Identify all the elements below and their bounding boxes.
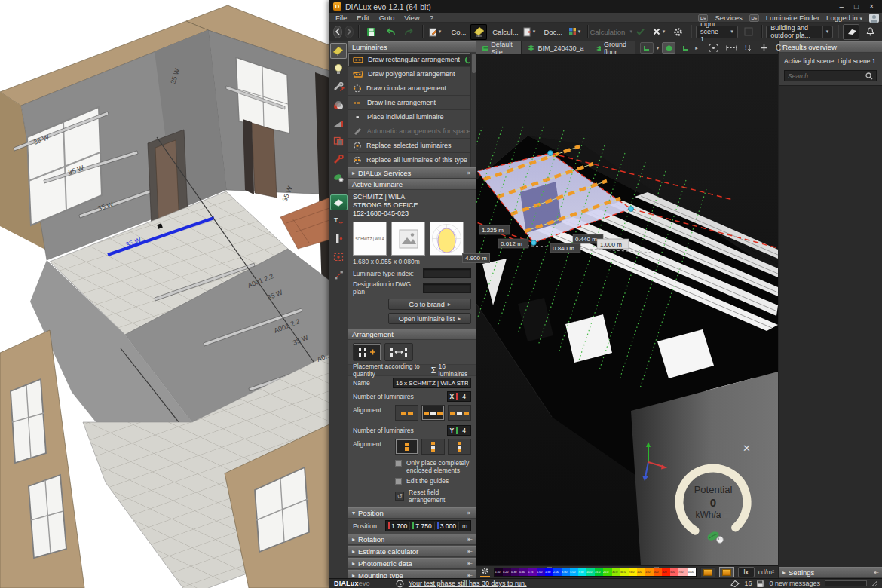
section-photometric-data[interactable]: ▸Photometric data⇤ <box>348 558 476 569</box>
measure-input-1000[interactable]: 1.000 m <box>597 239 629 249</box>
view-more-button[interactable]: ▸ <box>695 45 698 51</box>
photo-thumbnail[interactable] <box>391 222 425 256</box>
lamps-tool-icon[interactable] <box>330 61 347 77</box>
unit-lx-button[interactable]: lx <box>738 567 755 577</box>
arrangement-mode-spacing-button[interactable] <box>384 343 413 361</box>
logged-in-dropdown[interactable]: Logged in ▾ <box>826 14 862 22</box>
services-link[interactable]: Services <box>715 14 742 22</box>
light-scene-edit-button[interactable] <box>740 24 757 40</box>
align-x-center-button[interactable] <box>421 405 445 421</box>
export-button[interactable]: ▾ <box>521 24 537 40</box>
calc-cancel-button[interactable]: ▾ <box>651 24 667 40</box>
trial-phase-link[interactable]: Your test phase still has 30 days to run… <box>409 580 527 587</box>
redo-button[interactable] <box>401 24 418 40</box>
calculation-objects-button[interactable]: Calcul... <box>489 24 519 40</box>
light-mode-button[interactable] <box>470 24 487 40</box>
pin-icon[interactable]: ⇤ <box>874 569 878 576</box>
text-annotation-tool-icon[interactable]: T <box>330 213 347 228</box>
align-y-center-button[interactable] <box>421 439 445 455</box>
filter-objects-tool-icon[interactable] <box>330 133 347 149</box>
colour-gradient-button-1[interactable] <box>700 567 715 577</box>
light-colour-tool-icon[interactable] <box>330 97 347 113</box>
minimize-button[interactable]: – <box>840 2 844 11</box>
x-count-input[interactable]: X 4 <box>447 391 471 402</box>
tool-replace-all-luminaires[interactable]: Replace all luminaires of this type <box>348 153 476 167</box>
align-x-spread-button[interactable] <box>448 405 471 421</box>
light-scene-select[interactable]: Light scene 1▾ <box>696 26 738 38</box>
titlebar[interactable]: D DIALux evo 12.1 (64-bit) – □ × <box>329 0 882 13</box>
align-y-spread-button[interactable] <box>448 439 471 455</box>
false-colour-scale[interactable]: 0.100.200.300.500.751.001.502.003.005.00… <box>494 568 697 577</box>
arrangement-header[interactable]: Arrangement <box>348 329 476 340</box>
cad-3d-view[interactable]: 35 W 35 W 35 W 35 W 35 W 35 W A001 2.2 3… <box>0 0 329 588</box>
energy-gauge[interactable]: Potential 0 kWh/a <box>672 457 754 546</box>
user-avatar[interactable] <box>869 14 879 23</box>
type-index-input[interactable] <box>423 268 471 278</box>
tool-list-scrollbar[interactable] <box>470 53 476 167</box>
tab-default-site[interactable]: Default Site <box>476 41 522 54</box>
active-luminaire-header[interactable]: Active luminaire <box>348 179 476 190</box>
dwg-designation-input[interactable] <box>423 283 471 293</box>
arrangement-name-input[interactable]: 16 x SCHMITZ | WILA STRONG 55 <box>393 378 471 388</box>
reset-field-icon[interactable]: ↺ <box>395 492 404 501</box>
tool-draw-rectangular-arrangement[interactable]: Draw rectangular arrangement <box>348 53 476 67</box>
measure-label-0840[interactable]: 0.840 m <box>550 243 580 253</box>
section-tool-icon[interactable] <box>330 231 347 247</box>
active-luminaire-tile[interactable] <box>330 194 348 210</box>
photometric-thumbnail[interactable] <box>430 222 464 256</box>
maintenance-tool-icon[interactable] <box>330 79 347 95</box>
luminaire-finder-link[interactable]: Luminaire Finder <box>766 14 819 22</box>
view-mode-button[interactable] <box>640 42 654 54</box>
arrangement-mode-quantity-button[interactable] <box>353 343 381 361</box>
search-input[interactable] <box>788 72 862 80</box>
tool-draw-circular-arrangement[interactable]: Draw circular arrangement <box>348 81 476 96</box>
calculation-start-button[interactable]: Calculation ▾ <box>593 24 629 40</box>
dialux-services-header[interactable]: ▸ DIALux Services ⇤ <box>348 167 476 179</box>
gauge-close-icon[interactable]: ✕ <box>743 445 751 452</box>
surface-view-button[interactable] <box>843 24 859 40</box>
close-button[interactable]: × <box>869 2 874 11</box>
calculation-surface-tool-icon[interactable] <box>330 249 347 265</box>
menu-help[interactable]: ? <box>430 14 433 22</box>
apps-button[interactable]: ▾ <box>566 24 583 40</box>
resize-grip[interactable] <box>871 580 877 586</box>
pin-icon[interactable]: ⇤ <box>467 170 472 176</box>
menu-file[interactable]: File <box>335 14 347 22</box>
save-status-icon[interactable] <box>756 580 764 588</box>
measure-label-4900[interactable]: 4.900 m <box>462 253 490 263</box>
emergency-tool-icon[interactable] <box>330 115 347 131</box>
position-input[interactable]: 1.700 7.750 3.000 m <box>385 520 471 531</box>
results-list[interactable] <box>779 85 882 567</box>
results-search[interactable] <box>784 70 877 81</box>
forward-button[interactable] <box>345 26 354 38</box>
unit-cdm2-label[interactable]: cd/m² <box>758 568 774 576</box>
pin-icon[interactable]: ⇤ <box>467 510 472 516</box>
go-to-brand-button[interactable]: Go to brand▸ <box>388 299 471 310</box>
documentation-button[interactable]: Doc... <box>540 24 564 40</box>
measure-label-0612[interactable]: 0.612 m <box>498 239 528 248</box>
brand-logo-thumbnail[interactable]: SCHMITZ | WILA <box>353 222 387 256</box>
tool-draw-polygonal-arrangement[interactable]: Draw polygonal arrangement <box>348 67 476 81</box>
menu-edit[interactable]: Edit <box>357 14 369 22</box>
gauge-menu-icon[interactable] <box>724 512 731 518</box>
construction-mode-button[interactable]: Co... <box>446 24 468 40</box>
colour-scale-settings[interactable] <box>480 567 490 577</box>
messages-label[interactable]: 0 new messages <box>769 580 820 587</box>
menu-view[interactable]: View <box>404 14 419 22</box>
tool-place-individual-luminaire[interactable]: Place individual luminaire <box>348 110 476 124</box>
undo-button[interactable] <box>382 24 399 40</box>
align-y-top-button[interactable] <box>395 439 418 455</box>
tool-replace-selected-luminaires[interactable]: Replace selected luminaires <box>348 139 476 153</box>
section-mounting-type[interactable]: ▸Mounting type⇤ <box>348 570 476 578</box>
planning-mode-button[interactable]: ▾ <box>427 24 443 40</box>
colour-gradient-button-2[interactable] <box>719 567 734 577</box>
position-header[interactable]: ▾ Position ⇤ <box>348 507 476 519</box>
luminaires-tool-icon[interactable] <box>330 43 347 59</box>
menu-goto[interactable]: Goto <box>379 14 395 22</box>
calc-ok-button[interactable] <box>632 24 648 40</box>
section-estimate-calculator[interactable]: ▸Estimate calculator⇤ <box>348 546 476 557</box>
pan-icon[interactable] <box>760 44 768 52</box>
view-3d-button[interactable] <box>662 42 675 54</box>
back-button[interactable] <box>333 26 342 38</box>
settings-gear-button[interactable] <box>669 24 686 40</box>
